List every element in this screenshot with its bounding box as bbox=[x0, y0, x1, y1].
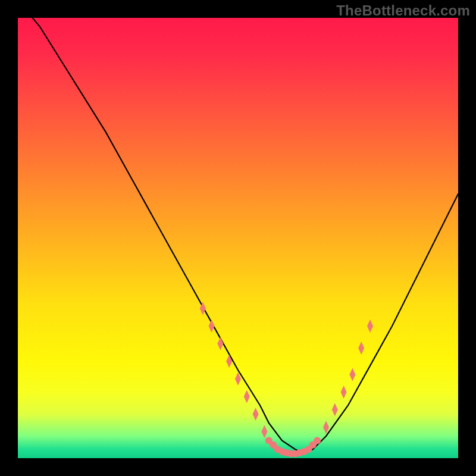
threshold-marker bbox=[314, 437, 321, 444]
threshold-marker bbox=[261, 425, 267, 439]
chart-canvas bbox=[18, 18, 458, 458]
threshold-marker bbox=[367, 320, 373, 333]
threshold-marker bbox=[349, 368, 355, 381]
threshold-marker bbox=[323, 421, 329, 434]
threshold-marker-group bbox=[200, 302, 373, 457]
bottleneck-curve bbox=[18, 0, 458, 453]
threshold-marker bbox=[332, 403, 338, 416]
threshold-marker bbox=[217, 337, 223, 350]
threshold-marker bbox=[244, 390, 250, 403]
threshold-marker bbox=[358, 342, 364, 355]
threshold-marker bbox=[341, 386, 347, 399]
watermark-label: TheBottleneck.com bbox=[336, 2, 470, 19]
threshold-marker bbox=[253, 408, 259, 421]
threshold-marker bbox=[209, 320, 215, 333]
